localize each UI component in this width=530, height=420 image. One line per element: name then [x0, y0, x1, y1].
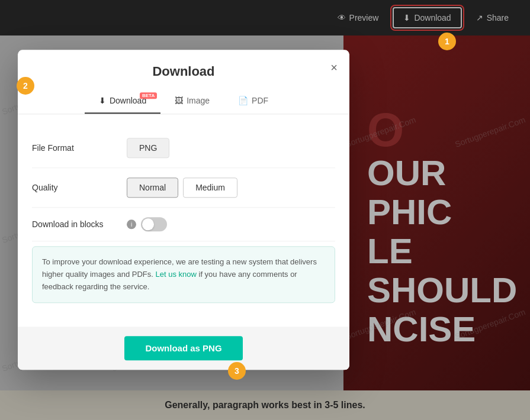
quality-normal-button[interactable]: Normal: [127, 177, 178, 198]
badge-3: 3: [228, 362, 246, 380]
tab-download[interactable]: ⬇ Download BETA: [85, 89, 160, 114]
pdf-tab-icon: 📄: [238, 96, 248, 105]
close-button[interactable]: ×: [330, 62, 338, 73]
quality-medium-button[interactable]: Medium: [183, 177, 237, 198]
download-blocks-label: Download in blocks: [32, 219, 127, 229]
dialog-body: File Format PNG Quality Normal Medium Do…: [18, 114, 349, 327]
file-format-label: File Format: [32, 143, 127, 153]
download-dialog: Download × ⬇ Download BETA 🖼 Image 📄 PDF…: [18, 50, 349, 370]
quality-row: Quality Normal Medium: [32, 168, 335, 208]
download-as-png-button[interactable]: Download as PNG: [124, 337, 243, 361]
let-us-know-link[interactable]: Let us know: [156, 270, 197, 279]
info-icon[interactable]: i: [127, 219, 136, 229]
download-blocks-control: i: [127, 217, 335, 231]
badge-2: 2: [17, 77, 34, 95]
dialog-footer: Download as PNG: [18, 327, 349, 370]
quality-control: Normal Medium: [127, 177, 335, 198]
dialog-header: Download × ⬇ Download BETA 🖼 Image 📄 PDF: [18, 50, 349, 114]
pdf-tab-label: PDF: [252, 96, 268, 105]
download-blocks-row: Download in blocks i: [32, 208, 335, 241]
dialog-title: Download: [32, 64, 335, 79]
tab-image[interactable]: 🖼 Image: [160, 89, 224, 114]
beta-badge: BETA: [140, 92, 157, 99]
badge-1: 1: [438, 33, 456, 50]
image-tab-label: Image: [187, 96, 210, 105]
file-format-control: PNG: [127, 138, 335, 158]
file-format-row: File Format PNG: [32, 128, 335, 168]
tab-pdf[interactable]: 📄 PDF: [224, 89, 282, 114]
format-png-button[interactable]: PNG: [127, 138, 169, 158]
toggle-wrapper: i: [127, 217, 167, 231]
dialog-tabs: ⬇ Download BETA 🖼 Image 📄 PDF: [32, 89, 335, 114]
download-blocks-toggle[interactable]: [141, 217, 167, 231]
quality-label: Quality: [32, 183, 127, 192]
info-box: To improve your download experience, we …: [32, 246, 335, 303]
download-tab-icon: ⬇: [99, 96, 106, 105]
image-tab-icon: 🖼: [175, 96, 183, 105]
